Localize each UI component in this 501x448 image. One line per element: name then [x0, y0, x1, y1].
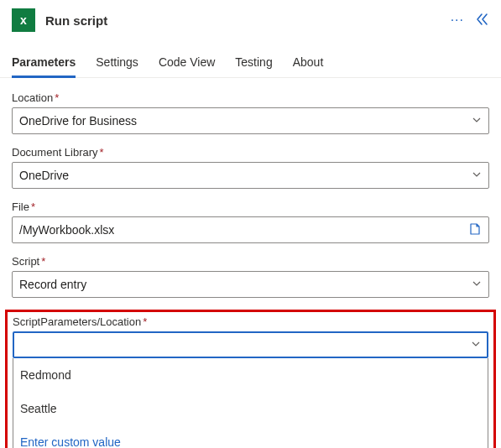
input-file-value: /MyWorkbook.xlsx: [19, 223, 463, 237]
chevron-down-icon: [472, 114, 482, 128]
input-file[interactable]: /MyWorkbook.xlsx: [12, 216, 489, 243]
dropdown-option-seattle[interactable]: Seattle: [13, 392, 488, 425]
label-script-text: Script: [12, 255, 39, 268]
label-file: File*: [12, 201, 489, 213]
label-location-text: Location: [12, 91, 53, 104]
label-script: Script*: [12, 255, 489, 268]
label-document-library: Document Library*: [12, 146, 489, 159]
select-document-library[interactable]: OneDrive: [12, 162, 489, 189]
required-asterisk: *: [55, 91, 59, 104]
file-picker-icon[interactable]: [468, 222, 482, 238]
field-script: Script* Record entry: [12, 255, 489, 298]
field-document-library: Document Library* OneDrive: [12, 146, 489, 189]
chevron-down-icon: [472, 278, 482, 291]
page-title: Run script: [45, 13, 451, 28]
highlighted-region: ScriptParameters/Location* Redmond Seatt…: [5, 310, 496, 448]
tab-code-view[interactable]: Code View: [159, 55, 215, 77]
tab-parameters[interactable]: Parameters: [12, 55, 76, 77]
tab-testing[interactable]: Testing: [235, 55, 272, 77]
select-script[interactable]: Record entry: [12, 271, 489, 298]
more-icon[interactable]: ···: [451, 13, 464, 28]
dropdown-list: Redmond Seattle Enter custom value: [13, 358, 488, 448]
label-sp-location: ScriptParameters/Location*: [13, 315, 488, 328]
select-location[interactable]: OneDrive for Business: [12, 107, 489, 134]
tab-about[interactable]: About: [293, 55, 324, 77]
select-script-value: Record entry: [19, 278, 472, 291]
required-asterisk: *: [41, 255, 45, 268]
label-location: Location*: [12, 91, 489, 104]
label-sp-location-text: ScriptParameters/Location: [13, 315, 141, 328]
label-file-text: File: [12, 201, 29, 213]
parameters-form: Location* OneDrive for Business Document…: [0, 78, 501, 298]
select-sp-location[interactable]: [13, 331, 488, 358]
dropdown-option-redmond[interactable]: Redmond: [13, 358, 488, 392]
field-location: Location* OneDrive for Business: [12, 91, 489, 134]
required-asterisk: *: [100, 146, 104, 159]
label-document-library-text: Document Library: [12, 146, 98, 159]
chevron-down-icon: [471, 338, 481, 352]
select-document-library-value: OneDrive: [19, 169, 472, 182]
dropdown-enter-custom-value[interactable]: Enter custom value: [13, 425, 488, 448]
collapse-icon[interactable]: [476, 13, 489, 29]
select-location-value: OneDrive for Business: [19, 114, 472, 128]
field-script-parameters-location: ScriptParameters/Location* Redmond Seatt…: [13, 315, 488, 448]
tab-settings[interactable]: Settings: [96, 55, 138, 77]
header-bar: x Run script ···: [0, 0, 501, 37]
tab-bar: Parameters Settings Code View Testing Ab…: [0, 37, 501, 78]
excel-icon: x: [12, 8, 35, 32]
excel-icon-glyph: x: [20, 13, 27, 27]
required-asterisk: *: [143, 315, 147, 328]
chevron-down-icon: [472, 169, 482, 182]
required-asterisk: *: [31, 201, 35, 213]
field-file: File* /MyWorkbook.xlsx: [12, 201, 489, 243]
header-actions: ···: [451, 13, 489, 29]
